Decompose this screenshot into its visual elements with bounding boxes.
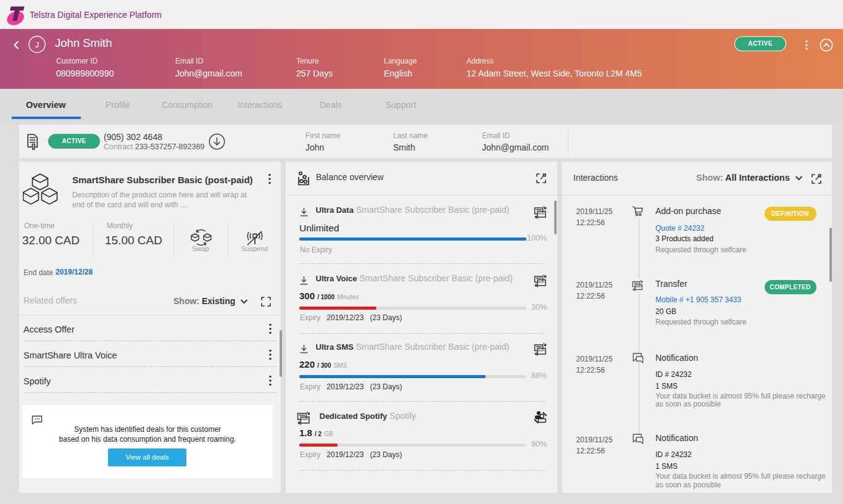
svg-text:J: J [35,40,39,49]
